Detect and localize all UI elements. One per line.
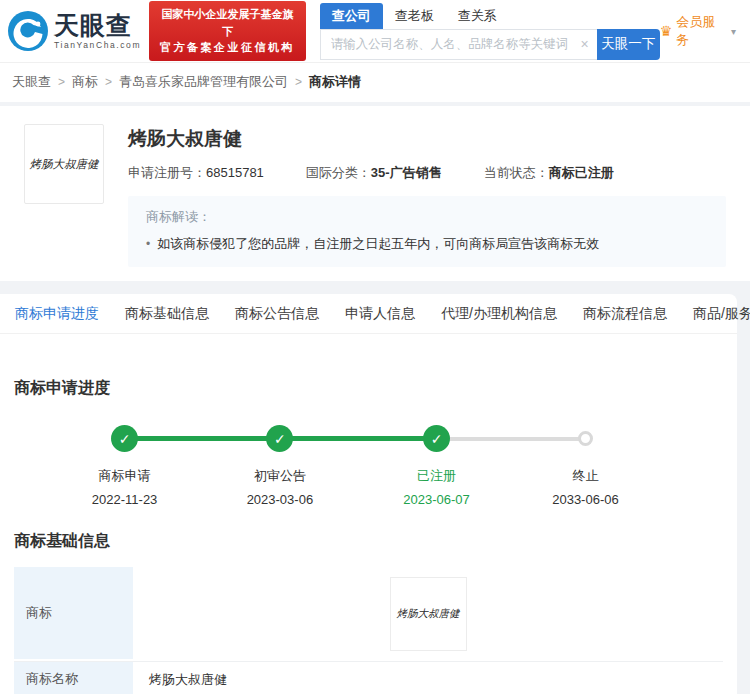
interpretation-title: 商标解读： — [146, 208, 708, 226]
trademark-image-text: 烤肠大叔唐健 — [30, 157, 99, 172]
row-label: 商标名称 — [14, 662, 133, 694]
tab-goods-services[interactable]: 商品/服务项目 — [680, 305, 750, 323]
table-row-trademark-image: 商标 烤肠大叔唐健 — [14, 567, 723, 662]
section-title-basic-info: 商标基础信息 — [14, 527, 723, 552]
row-value: 烤肠大叔唐健 — [133, 662, 723, 694]
application-progress-timeline: ✓ 商标申请 2022-11-23 ✓ 初审公告 2023-03-06 ✓ 已注… — [14, 417, 723, 527]
check-circle-icon: ✓ — [111, 425, 138, 452]
section-title-progress: 商标申请进度 — [14, 334, 723, 399]
timeline-step-preliminary-gazette: ✓ 初审公告 2023-03-06 — [215, 425, 345, 507]
check-circle-icon: ✓ — [266, 425, 293, 452]
tab-agency-info[interactable]: 代理/办理机构信息 — [428, 305, 570, 323]
top-header: 天眼查 TianYanCha.com 国家中小企业发展子基金旗下 官方备案企业征… — [0, 0, 750, 63]
logo-domain: TianYanCha.com — [54, 41, 141, 50]
step-label: 终止 — [520, 467, 650, 485]
step-date: 2023-06-07 — [372, 492, 502, 507]
row-label: 商标 — [14, 567, 133, 661]
clear-icon[interactable]: × — [581, 36, 589, 52]
tab-basic-info[interactable]: 商标基础信息 — [112, 305, 222, 323]
tab-gazette-info[interactable]: 商标公告信息 — [222, 305, 332, 323]
trademark-info-row: 申请注册号：68515781 国际分类：35-广告销售 当前状态：商标已注册 — [128, 164, 726, 182]
search-input[interactable] — [320, 29, 597, 60]
breadcrumb-separator: > — [58, 75, 65, 89]
timeline-step-application: ✓ 商标申请 2022-11-23 — [60, 425, 190, 507]
member-services-label: 会员服务 — [676, 13, 727, 49]
trademark-image: 烤肠大叔唐健 — [390, 577, 467, 651]
reg-no-value: 68515781 — [206, 165, 264, 180]
tianyancha-logo[interactable]: 天眼查 TianYanCha.com — [8, 11, 141, 51]
trademark-summary-card: 烤肠大叔唐健 烤肠大叔唐健 申请注册号：68515781 国际分类：35-广告销… — [0, 106, 750, 281]
table-row-trademark-name: 商标名称 烤肠大叔唐健 — [14, 662, 723, 694]
check-circle-icon: ✓ — [423, 425, 450, 452]
intl-class-label: 国际分类： — [306, 165, 371, 180]
tab-applicant-info[interactable]: 申请人信息 — [332, 305, 428, 323]
breadcrumb: 天眼查 > 商标 > 青岛喜乐家品牌管理有限公司 > 商标详情 — [0, 63, 750, 106]
intl-class-value: 35-广告销售 — [371, 165, 442, 180]
search-tab-relation[interactable]: 查关系 — [446, 3, 509, 29]
breadcrumb-company[interactable]: 青岛喜乐家品牌管理有限公司 — [119, 73, 288, 91]
tab-process-info[interactable]: 商标流程信息 — [570, 305, 680, 323]
search-tabs: 查公司 查老板 查关系 — [320, 3, 660, 29]
badge-line2: 官方备案企业征信机构 — [157, 39, 298, 56]
step-date: 2023-03-06 — [215, 492, 345, 507]
basic-info-table: 商标 烤肠大叔唐健 商标名称 烤肠大叔唐健 申请/注册号 68515781 国际… — [14, 567, 723, 694]
search-tab-company[interactable]: 查公司 — [320, 3, 383, 29]
reg-no-label: 申请注册号： — [128, 165, 206, 180]
trademark-image-text: 烤肠大叔唐健 — [397, 607, 460, 621]
step-label: 商标申请 — [60, 467, 190, 485]
breadcrumb-home[interactable]: 天眼查 — [12, 73, 51, 91]
page-title: 烤肠大叔唐健 — [128, 126, 726, 152]
badge-line1: 国家中小企业发展子基金旗下 — [157, 6, 298, 39]
official-certification-badge: 国家中小企业发展子基金旗下 官方备案企业征信机构 — [149, 1, 306, 61]
search-tab-boss[interactable]: 查老板 — [383, 3, 446, 29]
status-label: 当前状态： — [484, 165, 549, 180]
bullet-icon: • — [146, 237, 150, 251]
section-gap — [0, 281, 750, 294]
crown-icon: ♛ — [660, 23, 673, 39]
trademark-detail-card: 商标申请进度 商标基础信息 商标公告信息 申请人信息 代理/办理机构信息 商标流… — [0, 294, 737, 694]
search-button[interactable]: 天眼一下 — [597, 29, 660, 60]
member-services[interactable]: ♛ 会员服务 ▾ — [660, 13, 736, 49]
status-badge: 商标已注册 — [549, 165, 614, 180]
step-date: 2033-06-06 — [520, 492, 650, 507]
chevron-down-icon: ▾ — [731, 26, 736, 37]
step-label: 初审公告 — [215, 467, 345, 485]
timeline-step-registered: ✓ 已注册 2023-06-07 — [372, 425, 502, 507]
interpretation-item: •如该商标侵犯了您的品牌，自注册之日起五年内，可向商标局宣告该商标无效 — [146, 235, 708, 253]
step-label: 已注册 — [372, 467, 502, 485]
pending-circle-icon — [578, 431, 593, 446]
tab-application-progress[interactable]: 商标申请进度 — [2, 305, 112, 323]
tianyancha-logo-icon — [8, 11, 48, 51]
search-module: 查公司 查老板 查关系 × 天眼一下 — [320, 3, 660, 60]
breadcrumb-current: 商标详情 — [309, 73, 361, 91]
breadcrumb-trademark[interactable]: 商标 — [72, 73, 98, 91]
step-date: 2022-11-23 — [60, 492, 190, 507]
timeline-step-termination: 终止 2033-06-06 — [520, 425, 650, 507]
logo-name: 天眼查 — [54, 13, 141, 38]
trademark-image: 烤肠大叔唐健 — [24, 124, 104, 204]
breadcrumb-separator: > — [105, 75, 112, 89]
detail-tabs: 商标申请进度 商标基础信息 商标公告信息 申请人信息 代理/办理机构信息 商标流… — [0, 294, 737, 334]
trademark-interpretation-box: 商标解读： •如该商标侵犯了您的品牌，自注册之日起五年内，可向商标局宣告该商标无… — [128, 196, 726, 267]
breadcrumb-separator: > — [295, 75, 302, 89]
